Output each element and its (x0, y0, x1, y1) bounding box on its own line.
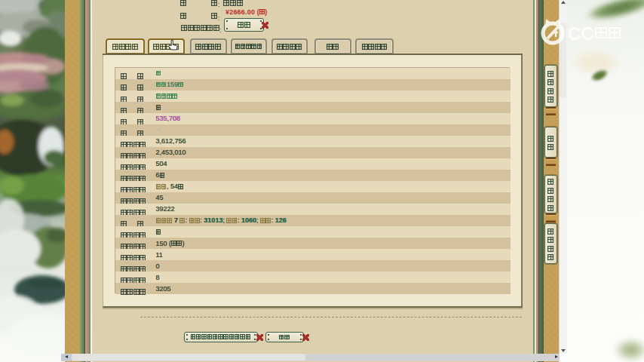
svg-text:CC: CC (568, 23, 594, 44)
